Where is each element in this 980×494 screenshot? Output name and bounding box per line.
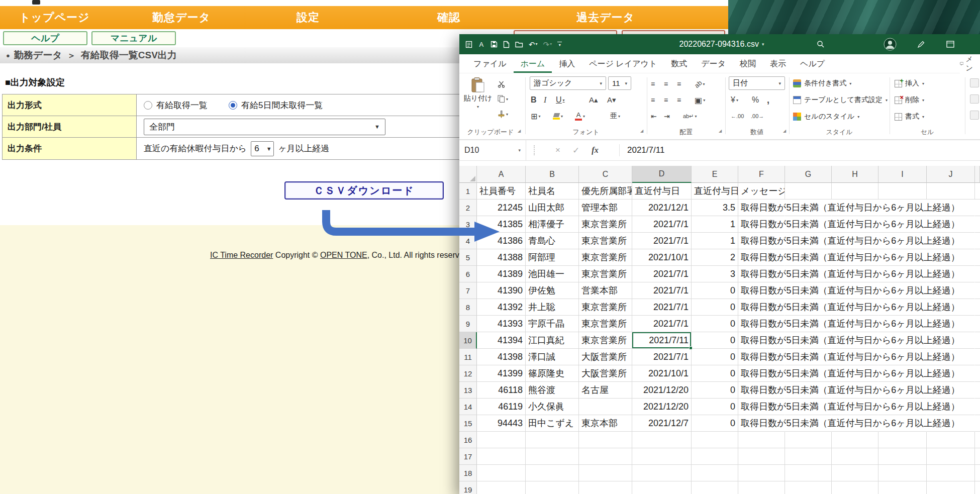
page-setup-icon[interactable]	[465, 41, 472, 48]
align-middle-button[interactable]: ≡	[664, 77, 668, 90]
document-title[interactable]: 20220627-094316.csv ▾	[679, 34, 764, 54]
cell-F1[interactable]: メッセージ	[738, 183, 785, 200]
paste-button[interactable]: 貼り付け ▾	[463, 75, 493, 126]
cell-E9[interactable]: 0	[692, 316, 738, 332]
ribbon-tab-7[interactable]: 校閲	[733, 54, 763, 73]
column-header-F[interactable]: F	[738, 166, 785, 183]
cell-I17[interactable]	[878, 448, 927, 465]
cell-G19[interactable]	[785, 481, 832, 494]
decrease-decimal-button[interactable]: .00→	[751, 110, 764, 123]
cell-G17[interactable]	[785, 448, 832, 465]
row-header-7[interactable]: 7	[459, 282, 477, 299]
copy-button[interactable]: ▾	[498, 92, 508, 106]
cell-D15[interactable]: 2021/12/7	[632, 415, 692, 432]
ic-time-recorder-link[interactable]: IC Time Recorder	[210, 251, 273, 259]
cell-B19[interactable]	[526, 481, 579, 494]
cell-J19[interactable]	[927, 481, 975, 494]
row-header-14[interactable]: 14	[459, 399, 477, 415]
cell-F9[interactable]: 取得日数が5日未満（直近付与日から6ヶ月以上経過）	[738, 316, 785, 332]
row-header-2[interactable]: 2	[459, 200, 477, 216]
cell-C17[interactable]	[579, 448, 632, 465]
cell-E11[interactable]: 0	[692, 349, 738, 365]
row-header-12[interactable]: 12	[459, 365, 477, 382]
cell-G1[interactable]	[785, 183, 832, 200]
cell-A7[interactable]: 41390	[477, 282, 526, 299]
window-icon[interactable]	[944, 38, 957, 51]
cell-D11[interactable]: 2021/7/1	[632, 349, 692, 365]
formula-bar-value[interactable]: 2021/7/11	[627, 140, 664, 160]
open-tone-link[interactable]: OPEN TONE	[320, 251, 367, 259]
font-color-button[interactable]: A▾	[575, 110, 585, 123]
csv-download-button[interactable]: ＣＳＶダウンロード	[284, 181, 444, 200]
ribbon-tab-8[interactable]: 表示	[763, 54, 793, 73]
cell-F15[interactable]: 取得日数が5日未満（直近付与日から6ヶ月以上経過）	[738, 415, 785, 432]
editing-group-icon[interactable]	[970, 111, 979, 120]
ribbon-tab-4[interactable]: ページ レイアウト	[582, 54, 664, 73]
cell-E1[interactable]: 直近付与日数	[692, 183, 738, 200]
column-header-I[interactable]: I	[878, 166, 927, 183]
cell-A10[interactable]: 41394	[477, 332, 526, 349]
cell-B17[interactable]	[526, 448, 579, 465]
cells-item-3[interactable]: 書式▾	[895, 110, 924, 124]
cell-E7[interactable]: 0	[692, 282, 738, 299]
cell-H18[interactable]	[832, 465, 878, 481]
merge-center-button[interactable]: ▣▾	[695, 93, 705, 107]
cell-C13[interactable]: 名古屋	[579, 382, 632, 399]
cell-C11[interactable]: 大阪営業所	[579, 349, 632, 365]
editing-group-icon[interactable]	[970, 78, 979, 87]
cell-D14[interactable]: 2021/12/20	[632, 399, 692, 415]
cell-J1[interactable]	[927, 183, 975, 200]
cell-B1[interactable]: 社員名	[526, 183, 579, 200]
cell-A17[interactable]	[477, 448, 526, 465]
cell-F12[interactable]: 取得日数が5日未満（直近付与日から6ヶ月以上経過）	[738, 365, 785, 382]
row-header-15[interactable]: 15	[459, 415, 477, 432]
cell-A18[interactable]	[477, 465, 526, 481]
styles-item-2[interactable]: テーブルとして書式設定▾	[793, 93, 888, 107]
cell-E13[interactable]: 0	[692, 382, 738, 399]
cell-C4[interactable]: 東京営業所	[579, 233, 632, 249]
cell-B6[interactable]: 池田雄一	[526, 266, 579, 282]
ribbon-tab-3[interactable]: 挿入	[552, 54, 582, 73]
cell-H19[interactable]	[832, 481, 878, 494]
pen-icon[interactable]	[915, 38, 928, 51]
align-center-button[interactable]: ≡	[664, 93, 668, 107]
phonetic-guide-button[interactable]: 亜▾	[610, 110, 620, 123]
comma-style-button[interactable]: ,	[767, 93, 769, 107]
cell-F14[interactable]: 取得日数が5日未満（直近付与日から6ヶ月以上経過）	[738, 399, 785, 415]
cell-A14[interactable]: 46119	[477, 399, 526, 415]
cell-B16[interactable]	[526, 432, 579, 448]
customize-qat-icon[interactable]: ▾	[557, 42, 562, 47]
cell-A9[interactable]: 41393	[477, 316, 526, 332]
cell-H17[interactable]	[832, 448, 878, 465]
row-header-5[interactable]: 5	[459, 249, 477, 266]
manual-button[interactable]: マニュアル	[91, 31, 176, 45]
cell-C8[interactable]: 東京営業所	[579, 299, 632, 316]
cell-C15[interactable]: 東京本部	[579, 415, 632, 432]
cell-F11[interactable]: 取得日数が5日未満（直近付与日から6ヶ月以上経過）	[738, 349, 785, 365]
undo-icon[interactable]: ↶▾	[529, 41, 538, 48]
fill-color-button[interactable]: ▾	[553, 110, 563, 123]
align-left-button[interactable]: ≡	[651, 93, 655, 107]
cell-F13[interactable]: 取得日数が5日未満（直近付与日から6ヶ月以上経過）	[738, 382, 785, 399]
cell-A15[interactable]: 94443	[477, 415, 526, 432]
row-header-19[interactable]: 19	[459, 481, 477, 494]
cell-B2[interactable]: 山田太郎	[526, 200, 579, 216]
column-header-D[interactable]: D	[632, 166, 692, 183]
row-header-18[interactable]: 18	[459, 465, 477, 481]
decrease-indent-button[interactable]: ⇤	[651, 110, 657, 123]
cell-D10[interactable]: 2021/7/11	[632, 332, 692, 349]
borders-button[interactable]: ⊞▾	[531, 110, 540, 123]
cell-E5[interactable]: 2	[692, 249, 738, 266]
styles-item-3[interactable]: セルのスタイル▾	[793, 110, 859, 124]
cell-B12[interactable]: 篠原隆史	[526, 365, 579, 382]
cell-F4[interactable]: 取得日数が5日未満（直近付与日から6ヶ月以上経過）	[738, 233, 785, 249]
cell-I19[interactable]	[878, 481, 927, 494]
cell-I18[interactable]	[878, 465, 927, 481]
bold-button[interactable]: B	[531, 93, 537, 107]
cell-A19[interactable]	[477, 481, 526, 494]
chevron-down-icon[interactable]: ▾	[518, 148, 521, 153]
increase-indent-button[interactable]: ⇥	[664, 110, 670, 123]
cell-A13[interactable]: 46118	[477, 382, 526, 399]
nav-item-4[interactable]: 確認	[437, 6, 460, 29]
cell-C2[interactable]: 管理本部	[579, 200, 632, 216]
